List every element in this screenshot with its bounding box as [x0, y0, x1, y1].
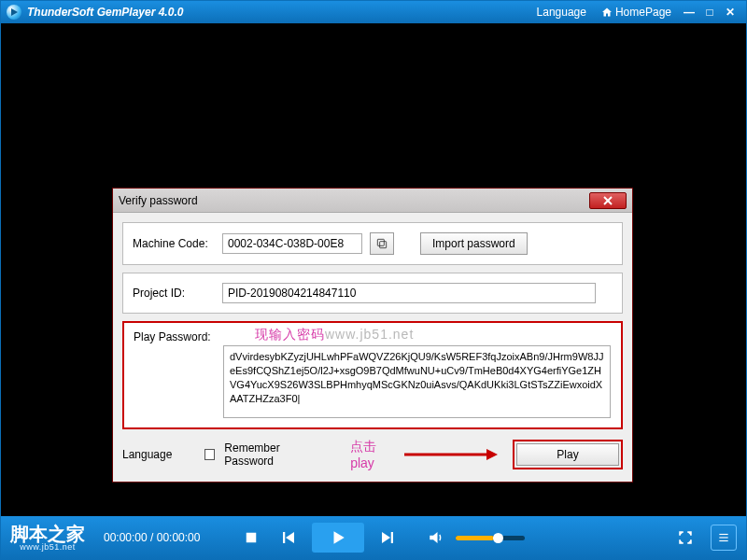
homepage-link-label: HomePage	[615, 6, 671, 19]
svg-marker-13	[430, 532, 438, 543]
project-id-label: Project ID:	[133, 287, 215, 300]
svg-rect-9	[283, 532, 285, 543]
machine-code-panel: Machine Code: Import password	[122, 222, 623, 265]
right-controls	[671, 524, 737, 552]
svg-rect-7	[247, 533, 257, 543]
stop-button[interactable]	[237, 524, 265, 552]
volume-knob[interactable]	[493, 533, 503, 543]
play-icon	[330, 529, 346, 546]
titlebar: ThunderSoft GemPlayer 4.0.0 Language Hom…	[1, 1, 746, 23]
watermark-cn: 现输入密码	[255, 327, 325, 342]
play-button-highlight: Play	[513, 440, 623, 469]
arrow-annotation	[404, 448, 503, 461]
svg-rect-12	[391, 532, 393, 543]
watermark-url: www.jb51.net	[325, 327, 414, 342]
copy-icon	[375, 237, 388, 250]
import-password-button[interactable]: Import password	[420, 232, 528, 255]
dialog-titlebar: Verify password	[113, 189, 632, 213]
language-link-label: Language	[537, 6, 586, 19]
homepage-link[interactable]: HomePage	[601, 6, 671, 19]
next-button[interactable]	[374, 524, 402, 552]
transport-controls	[237, 523, 402, 553]
play-password-label: Play Password:	[134, 330, 216, 343]
play-password-field[interactable]: dVvirdesybKZyzjUHLwhPFaWQVZ26KjQU9/KsW5R…	[223, 345, 611, 418]
home-icon	[601, 7, 613, 18]
brand-url: www.jb51.net	[10, 543, 85, 552]
volume-icon	[428, 529, 444, 546]
svg-rect-3	[380, 242, 387, 248]
close-window-button[interactable]: ✕	[720, 6, 740, 19]
dialog-close-button[interactable]	[589, 192, 627, 209]
app-icon	[7, 5, 21, 20]
minimize-button[interactable]: ―	[679, 6, 699, 19]
language-row: Language Remember Password 点击play Play	[122, 439, 623, 470]
volume-control	[422, 524, 525, 552]
previous-button[interactable]	[275, 524, 303, 552]
copy-machine-code-button[interactable]	[370, 232, 394, 255]
play-pause-button[interactable]	[312, 523, 364, 553]
project-id-field[interactable]	[222, 283, 596, 303]
language-label: Language	[122, 448, 195, 461]
svg-marker-11	[382, 532, 390, 543]
volume-fill	[456, 536, 494, 540]
watermark-annotation: 现输入密码www.jb51.net	[255, 327, 414, 343]
svg-marker-6	[486, 449, 498, 460]
svg-rect-4	[377, 239, 384, 245]
remember-password-checkbox[interactable]	[204, 449, 215, 460]
remember-password-label: Remember Password	[224, 441, 320, 468]
fullscreen-icon	[677, 529, 694, 546]
brand-logo: 脚本之家 www.jb51.net	[10, 525, 85, 552]
machine-code-label: Machine Code:	[133, 237, 215, 250]
dialog-title: Verify password	[119, 194, 589, 207]
skip-forward-icon	[379, 529, 396, 546]
click-play-annotation: 点击play	[350, 439, 395, 470]
svg-marker-10	[334, 531, 345, 544]
dialog-body: Machine Code: Import password Project ID…	[113, 213, 632, 482]
play-button[interactable]: Play	[516, 443, 619, 466]
video-area: Verify password Machine Code: Import pas…	[1, 23, 746, 516]
svg-marker-8	[286, 532, 294, 543]
skip-back-icon	[280, 529, 297, 546]
app-window: ThunderSoft GemPlayer 4.0.0 Language Hom…	[0, 0, 747, 560]
machine-code-field[interactable]	[222, 233, 362, 254]
maximize-button[interactable]: □	[699, 6, 720, 19]
project-id-panel: Project ID:	[122, 273, 623, 314]
verify-password-dialog: Verify password Machine Code: Import pas…	[112, 188, 633, 483]
volume-slider[interactable]	[456, 536, 525, 540]
time-display: 00:00:00 / 00:00:00	[104, 531, 200, 544]
play-password-panel: Play Password: 现输入密码www.jb51.net dVvirde…	[122, 321, 623, 429]
stop-icon	[243, 529, 260, 546]
volume-button[interactable]	[422, 524, 450, 552]
app-title: ThunderSoft GemPlayer 4.0.0	[27, 6, 183, 19]
close-icon	[603, 196, 613, 205]
svg-marker-0	[11, 8, 18, 16]
list-icon	[717, 531, 730, 544]
language-link[interactable]: Language	[537, 6, 586, 19]
player-controls: 脚本之家 www.jb51.net 00:00:00 / 00:00:00	[1, 516, 746, 559]
fullscreen-button[interactable]	[671, 524, 699, 552]
brand-cn: 脚本之家	[10, 525, 85, 543]
playlist-button[interactable]	[711, 525, 737, 551]
